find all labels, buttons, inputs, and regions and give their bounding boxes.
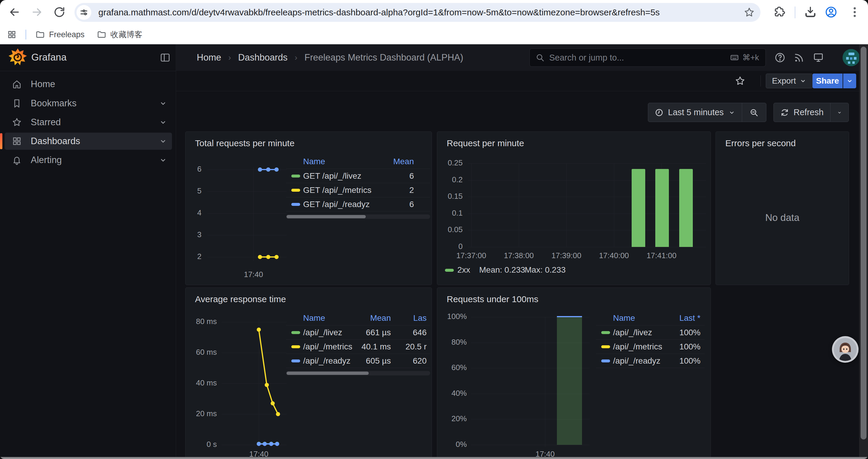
- gridline: [566, 163, 567, 247]
- time-range-button[interactable]: Last 5 minutes: [648, 103, 742, 122]
- zoom-out-button[interactable]: [742, 103, 766, 122]
- export-button[interactable]: Export: [766, 73, 813, 88]
- assistant-avatar-button[interactable]: [832, 336, 859, 363]
- legend-row[interactable]: /api/_/livez100%: [596, 326, 705, 340]
- bookmark-icon: [12, 98, 22, 108]
- total-requests-chart: 6543217:40NameMeanGET /api/_/livez6GET /…: [186, 132, 432, 285]
- legend-scrollbar[interactable]: [286, 371, 430, 375]
- area-fill[interactable]: [557, 317, 582, 445]
- series-value: 100%: [679, 342, 701, 352]
- scrollbar-thumb[interactable]: [861, 47, 867, 439]
- breadcrumb-dashboards[interactable]: Dashboards: [238, 52, 287, 63]
- refresh-button[interactable]: Refresh: [774, 103, 830, 122]
- series-max: Max: 0.233: [525, 265, 566, 275]
- forward-button[interactable]: [28, 4, 45, 21]
- bookmark-star-icon[interactable]: [742, 5, 756, 20]
- profile-button[interactable]: [823, 4, 840, 21]
- news-rss-icon[interactable]: [792, 50, 807, 65]
- panel-title[interactable]: Errors per second: [725, 138, 796, 148]
- reload-button[interactable]: [51, 4, 68, 21]
- refresh-interval-dropdown[interactable]: [830, 103, 848, 122]
- series-value: 6: [409, 200, 414, 209]
- apps-grid-icon[interactable]: [2, 27, 21, 42]
- y-axis-tick: 0.1: [438, 208, 463, 218]
- bar[interactable]: [679, 169, 693, 247]
- bar[interactable]: [655, 169, 669, 247]
- bar[interactable]: [632, 169, 645, 247]
- y-axis-tick: 60%: [440, 363, 467, 372]
- grafana-topnav: Home › Dashboards › Freeleaps Metrics Da…: [176, 44, 868, 71]
- x-axis-tick: 17:39:00: [541, 251, 591, 260]
- series-value: 620: [413, 356, 427, 366]
- y-axis-tick: 20%: [440, 414, 467, 423]
- dashboards-grid-icon: [12, 136, 22, 146]
- sidebar-item-home[interactable]: Home: [5, 76, 172, 93]
- series-value: 661 µs: [366, 328, 391, 337]
- legend-row[interactable]: GET /api/_/metrics2: [286, 183, 430, 197]
- sidebar-item-alerting[interactable]: Alerting: [5, 152, 172, 169]
- series-value: 100%: [679, 328, 701, 337]
- home-icon: [12, 79, 22, 89]
- help-icon[interactable]: [772, 50, 788, 65]
- bookmark-folder-freeleaps[interactable]: Freeleaps: [31, 27, 89, 42]
- legend-row[interactable]: /api/_/readyz100%: [596, 354, 705, 368]
- series-line: [557, 316, 582, 317]
- legend-row[interactable]: /api/_/readyz605 µs620: [286, 354, 430, 368]
- gridline: [208, 191, 286, 192]
- legend-row[interactable]: GET /api/_/readyz6: [286, 197, 430, 211]
- share-button[interactable]: Share: [812, 73, 843, 88]
- gridline: [468, 180, 706, 181]
- legend-row[interactable]: /api/_/livez661 µs646: [286, 326, 430, 340]
- address-bar[interactable]: grafana.mathmast.com/d/deytv4rwavabkb/fr…: [74, 3, 761, 22]
- legend-header: NameMean: [286, 154, 430, 169]
- chevron-down-icon[interactable]: [159, 118, 167, 126]
- y-axis-tick: 6: [188, 165, 202, 174]
- legend-row[interactable]: GET /api/_/livez6: [286, 169, 430, 183]
- page-scrollbar[interactable]: [859, 44, 868, 459]
- chevron-down-icon[interactable]: [159, 99, 167, 107]
- legend-row[interactable]: /api/_/metrics40.1 ms20.5 r: [286, 340, 430, 354]
- chevron-down-icon[interactable]: [159, 156, 167, 164]
- y-axis-tick: 80%: [440, 338, 467, 347]
- y-axis-tick: 2: [188, 252, 202, 261]
- user-avatar[interactable]: [843, 49, 860, 66]
- data-point: [266, 167, 270, 172]
- legend-row[interactable]: /api/_/metrics100%: [596, 340, 705, 354]
- y-axis-tick: 5: [188, 186, 202, 196]
- search-input[interactable]: Search or jump to... ⌘+k: [529, 48, 766, 67]
- data-point: [258, 167, 262, 172]
- panel-total-requests: Total requests per minute 6543217:40Name…: [185, 131, 432, 285]
- legend-scrollbar[interactable]: [286, 215, 430, 219]
- favorite-star-button[interactable]: [733, 73, 747, 88]
- gridline: [468, 247, 706, 247]
- back-button[interactable]: [6, 4, 23, 21]
- grafana-logo: [8, 48, 27, 67]
- series-name: /api/_/metrics: [613, 342, 662, 352]
- search-icon: [536, 53, 545, 62]
- refresh-group: Refresh: [773, 103, 849, 122]
- sidebar-item-bookmarks[interactable]: Bookmarks: [5, 95, 172, 112]
- extensions-icon[interactable]: [771, 4, 788, 21]
- display-icon[interactable]: [811, 50, 826, 65]
- grafana-app: Grafana Home Bookmarks Starred Dashboard…: [0, 44, 868, 459]
- sidebar-item-dashboards[interactable]: Dashboards: [5, 133, 172, 150]
- series-value: 20.5 r: [405, 342, 427, 352]
- browser-menu-button[interactable]: [846, 4, 863, 21]
- series-pill: [601, 359, 610, 362]
- legend-col-value: Mean: [393, 157, 414, 166]
- share-dropdown-button[interactable]: [843, 73, 856, 88]
- downloads-button[interactable]: [802, 4, 819, 21]
- x-axis-tick: 17:41:00: [637, 251, 687, 260]
- sidebar-item-starred[interactable]: Starred: [5, 114, 172, 131]
- search-shortcut: ⌘+k: [730, 53, 759, 62]
- chevron-down-icon[interactable]: [159, 137, 167, 145]
- series-pill: [445, 269, 454, 272]
- breadcrumb-separator: ›: [294, 53, 297, 62]
- browser-toolbar: grafana.mathmast.com/d/deytv4rwavabkb/fr…: [0, 0, 868, 25]
- bookmark-folder-blogs[interactable]: 收藏博客: [92, 27, 147, 42]
- sidebar-collapse-button[interactable]: [158, 50, 173, 65]
- chevron-down-icon: [837, 109, 842, 116]
- breadcrumb-home[interactable]: Home: [197, 52, 221, 63]
- url-text: grafana.mathmast.com/d/deytv4rwavabkb/fr…: [98, 7, 660, 18]
- site-settings-icon[interactable]: [76, 5, 91, 20]
